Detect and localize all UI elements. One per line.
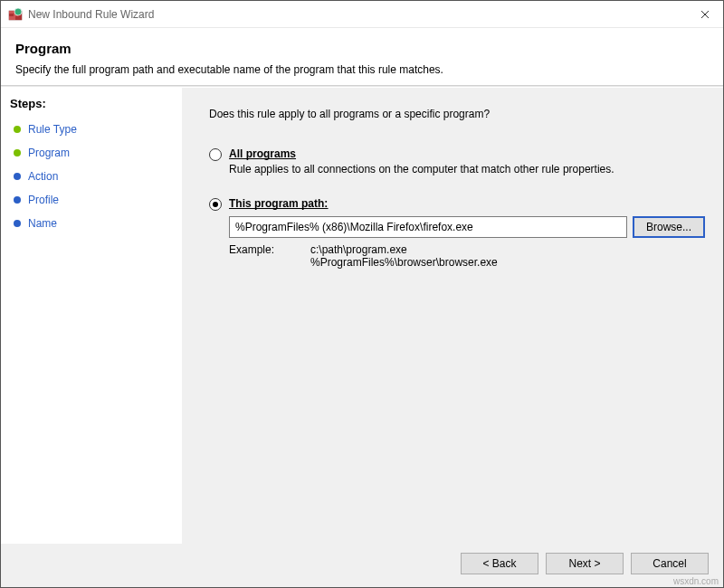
radio-this-program-path[interactable] — [209, 198, 222, 211]
step-bullet-icon — [14, 220, 21, 227]
step-name[interactable]: Name — [10, 212, 173, 235]
step-bullet-icon — [14, 173, 21, 180]
step-action[interactable]: Action — [10, 165, 173, 188]
page-title: Program — [15, 41, 709, 56]
wizard-body: Steps: Rule Type Program Action Profile … — [1, 88, 723, 544]
wizard-window: New Inbound Rule Wizard Program Specify … — [0, 0, 724, 588]
step-bullet-icon — [14, 149, 21, 156]
titlebar: New Inbound Rule Wizard — [1, 1, 723, 28]
wizard-footer: < Back Next > Cancel — [1, 544, 723, 587]
svg-rect-7 — [15, 16, 22, 20]
wizard-header: Program Specify the full program path an… — [1, 28, 723, 85]
cancel-button[interactable]: Cancel — [631, 553, 709, 574]
svg-point-8 — [14, 8, 22, 15]
step-label: Action — [28, 170, 58, 183]
option-all-programs: All programs Rule applies to all connect… — [209, 147, 705, 175]
step-label: Program — [28, 147, 70, 159]
option-this-program-path: This program path: Browse... Example: c:… — [209, 197, 705, 269]
window-title: New Inbound Rule Wizard — [28, 8, 687, 21]
main-panel: Does this rule apply to all programs or … — [182, 88, 723, 544]
step-bullet-icon — [14, 196, 21, 204]
question-text: Does this rule apply to all programs or … — [209, 108, 705, 120]
example-line-1: c:\path\program.exe — [310, 243, 498, 256]
program-path-input[interactable] — [229, 216, 627, 238]
all-programs-desc: Rule applies to all connections on the c… — [229, 163, 705, 175]
next-button[interactable]: Next > — [546, 553, 624, 574]
step-label: Profile — [28, 194, 59, 206]
step-rule-type[interactable]: Rule Type — [10, 118, 173, 141]
step-label: Name — [28, 217, 57, 230]
steps-panel: Steps: Rule Type Program Action Profile … — [1, 88, 182, 544]
this-program-path-label: This program path: — [229, 197, 328, 210]
firewall-icon — [8, 7, 23, 22]
example-label: Example: — [229, 243, 310, 269]
back-button[interactable]: < Back — [461, 553, 538, 574]
radio-all-programs[interactable] — [209, 148, 222, 161]
page-subtitle: Specify the full program path and execut… — [15, 63, 709, 76]
watermark: wsxdn.com — [673, 576, 719, 586]
steps-heading: Steps: — [10, 97, 173, 110]
step-bullet-icon — [14, 126, 21, 133]
svg-rect-3 — [9, 14, 14, 16]
all-programs-label: All programs — [229, 147, 296, 160]
step-program[interactable]: Program — [10, 141, 173, 165]
svg-rect-6 — [9, 16, 15, 20]
step-label: Rule Type — [28, 123, 77, 136]
example-line-2: %ProgramFiles%\browser\browser.exe — [310, 256, 498, 269]
example-text: Example: c:\path\program.exe %ProgramFil… — [229, 243, 705, 269]
browse-button[interactable]: Browse... — [633, 216, 705, 238]
step-profile[interactable]: Profile — [10, 188, 173, 212]
close-button[interactable] — [687, 1, 723, 28]
